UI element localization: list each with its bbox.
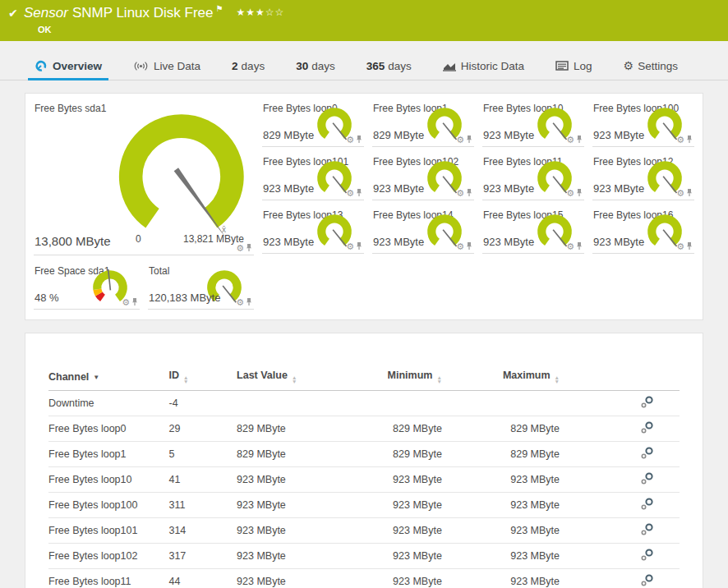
pin-icon[interactable] — [246, 297, 252, 306]
sort-icon: ▲▼ — [292, 375, 297, 384]
tab-365-days[interactable]: 365 days — [366, 52, 412, 80]
maximum-cell: 923 MByte — [442, 467, 560, 493]
bottom-gauge-row: Free Space sda1 48 % ⚙ Total — [34, 263, 254, 310]
live-data-icon — [133, 61, 149, 71]
gear-icon[interactable]: ⚙ — [676, 136, 684, 144]
gear-icon[interactable]: ⚙ — [676, 242, 684, 250]
pin-icon[interactable] — [686, 241, 693, 250]
channels-table: Channel▼ ID▲▼ Last Value▲▼ Minimum▲▼ Max… — [48, 365, 680, 588]
column-header-maximum[interactable]: Maximum▲▼ — [442, 365, 560, 391]
channel-cell: Free Bytes loop0 — [48, 416, 168, 442]
pin-icon[interactable] — [576, 188, 583, 197]
maximum-cell: 829 MByte — [442, 416, 560, 442]
tab-log[interactable]: Log — [555, 52, 592, 80]
pin-icon[interactable] — [356, 241, 362, 250]
sensor-type-label: Sensor — [24, 5, 68, 21]
table-row: Free Bytes loop100 311 923 MByte 923 MBy… — [48, 493, 680, 518]
gear-icon[interactable]: ⚙ — [456, 189, 464, 197]
gear-icon[interactable]: ⚙ — [346, 242, 354, 250]
channel-cell: Free Bytes loop101 — [48, 518, 168, 544]
pin-icon[interactable] — [576, 241, 583, 250]
channel-settings-icon[interactable] — [640, 498, 655, 510]
gauge-scale-max: 13,821 MByte — [183, 233, 244, 245]
gauge-free-bytes-loop13: Free Bytes loop13 923 MByte ⚙ — [262, 207, 364, 254]
check-icon: ✔ — [8, 7, 18, 20]
tab-label: Overview — [53, 60, 102, 72]
tab-2-days[interactable]: 2 days — [232, 52, 265, 80]
last-value-cell: 829 MByte — [237, 442, 339, 467]
gear-icon[interactable]: ⚙ — [346, 189, 354, 197]
gear-icon: ⚙ — [624, 59, 634, 72]
gear-icon[interactable]: ⚙ — [122, 298, 130, 306]
column-header-id[interactable]: ID▲▼ — [168, 365, 237, 391]
channel-cell: Free Bytes loop102 — [48, 544, 168, 569]
gauge-free-bytes-sda1: Free Bytes sda1 x̄ 0 13,821 MByte 13,800… — [34, 100, 254, 255]
tab-historic-data[interactable]: Historic Data — [443, 52, 524, 80]
gauge-free-bytes-loop12: Free Bytes loop12 923 MByte ⚙ — [592, 154, 694, 200]
rating-stars[interactable]: ★★★☆☆ — [236, 7, 284, 18]
gauge-value: 13,800 MByte — [35, 234, 111, 248]
flag-icon[interactable]: ⚑ — [216, 4, 223, 13]
gauges-panel: Free Bytes sda1 x̄ 0 13,821 MByte 13,800… — [25, 93, 703, 320]
gauge-icon — [35, 60, 48, 72]
tab-label: Live Data — [154, 60, 200, 72]
gauge-free-bytes-loop10: Free Bytes loop10 923 MByte ⚙ — [482, 100, 584, 147]
minimum-cell — [339, 391, 442, 416]
tab-30-days[interactable]: 30 days — [296, 52, 335, 80]
gear-icon[interactable]: ⚙ — [566, 189, 574, 197]
column-header-channel[interactable]: Channel▼ — [48, 365, 168, 391]
gear-icon[interactable]: ⚙ — [676, 189, 684, 197]
gauge-scale-min: 0 — [136, 233, 141, 245]
gauge-free-bytes-loop0: Free Bytes loop0 829 MByte ⚙ — [262, 100, 364, 147]
gauge-free-bytes-loop14: Free Bytes loop14 923 MByte ⚙ — [372, 207, 474, 254]
pin-icon[interactable] — [466, 241, 472, 250]
tab-live-data[interactable]: Live Data — [133, 52, 200, 80]
gear-icon[interactable]: ⚙ — [456, 242, 464, 250]
pin-icon[interactable] — [356, 188, 362, 197]
status-badge: OK — [38, 25, 52, 34]
column-header-last-value[interactable]: Last Value▲▼ — [237, 365, 339, 391]
table-row: Free Bytes loop0 29 829 MByte 829 MByte … — [48, 416, 680, 442]
pin-icon[interactable] — [466, 188, 472, 197]
gear-icon[interactable]: ⚙ — [456, 136, 464, 144]
channel-settings-icon[interactable] — [640, 472, 655, 485]
id-cell: 41 — [168, 467, 237, 493]
channel-cell: Free Bytes loop11 — [48, 569, 168, 588]
column-header-minimum[interactable]: Minimum▲▼ — [339, 365, 442, 391]
channel-settings-icon[interactable] — [640, 549, 655, 561]
last-value-cell: 923 MByte — [237, 544, 339, 569]
channel-settings-icon[interactable] — [640, 523, 655, 535]
primary-gauge-column: Free Bytes sda1 x̄ 0 13,821 MByte 13,800… — [34, 100, 254, 310]
id-cell: 5 — [168, 442, 237, 467]
channel-settings-icon[interactable] — [640, 447, 655, 459]
pin-icon[interactable] — [466, 135, 472, 144]
small-gauge-grid: Free Bytes loop0 829 MByte ⚙ Free Bytes … — [262, 100, 694, 310]
pin-icon[interactable] — [686, 188, 693, 197]
pin-icon[interactable] — [131, 297, 138, 306]
pin-icon[interactable] — [576, 135, 583, 144]
gear-icon[interactable]: ⚙ — [346, 136, 354, 144]
table-row: Downtime -4 — [48, 391, 680, 416]
gauge-dial — [111, 112, 256, 247]
gauge-free-bytes-loop11: Free Bytes loop11 923 MByte ⚙ — [482, 154, 584, 200]
tab-overview[interactable]: Overview — [35, 52, 102, 80]
gear-icon[interactable]: ⚙ — [236, 244, 244, 252]
sensor-header: ✔ SensorSNMP Linux Disk Free⚑★★★☆☆ OK — [0, 0, 728, 41]
pin-icon[interactable] — [356, 135, 362, 144]
gauge-free-bytes-loop16: Free Bytes loop16 923 MByte ⚙ — [592, 207, 694, 254]
gear-icon[interactable]: ⚙ — [236, 298, 244, 306]
gear-icon[interactable]: ⚙ — [566, 242, 574, 250]
minimum-cell: 923 MByte — [339, 467, 442, 493]
id-cell: 29 — [168, 416, 237, 442]
channel-settings-icon[interactable] — [640, 396, 655, 408]
channel-settings-icon[interactable] — [640, 421, 655, 434]
pin-icon[interactable] — [686, 135, 693, 144]
gear-icon[interactable]: ⚙ — [566, 136, 574, 144]
tab-settings[interactable]: ⚙ Settings — [624, 52, 678, 80]
sort-icon: ▲▼ — [436, 375, 441, 384]
last-value-cell: 923 MByte — [237, 518, 339, 544]
pin-icon[interactable] — [246, 243, 252, 252]
channel-settings-icon[interactable] — [640, 574, 655, 586]
minimum-cell: 923 MByte — [339, 493, 442, 518]
minimum-cell: 923 MByte — [339, 569, 442, 588]
